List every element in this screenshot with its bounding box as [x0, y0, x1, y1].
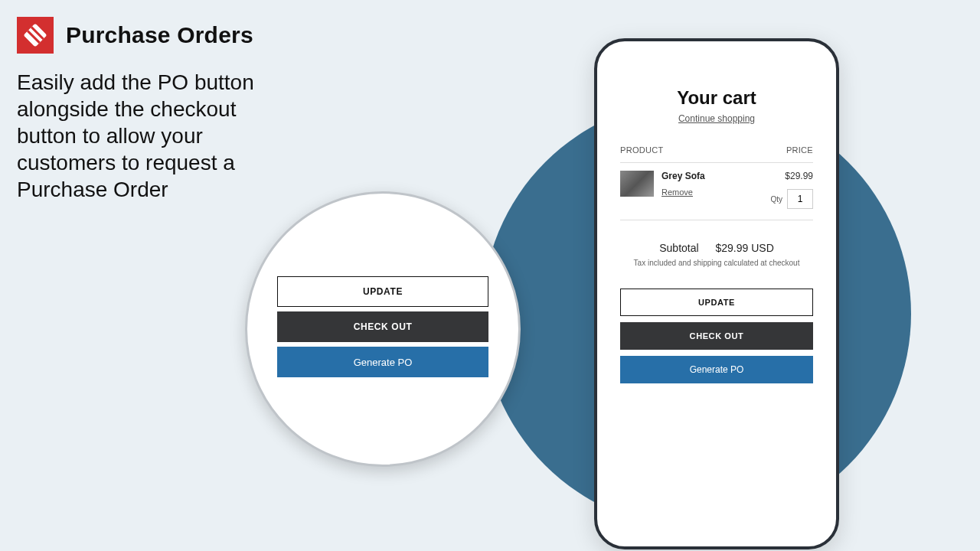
update-button[interactable]: UPDATE — [620, 289, 813, 316]
checkout-button[interactable]: CHECK OUT — [620, 322, 813, 350]
phone-mockup: Your cart Continue shopping PRODUCT PRIC… — [594, 38, 839, 549]
svg-rect-0 — [23, 23, 47, 47]
generate-po-button[interactable]: Generate PO — [620, 356, 813, 383]
zoom-checkout-button[interactable]: CHECK OUT — [277, 311, 488, 342]
product-price: $29.99 — [770, 171, 813, 181]
tax-note: Tax included and shipping calculated at … — [620, 259, 813, 267]
remove-link[interactable]: Remove — [662, 187, 693, 197]
product-name: Grey Sofa — [662, 171, 763, 181]
qty-label: Qty — [770, 195, 782, 204]
cart-line-item: Grey Sofa Remove $29.99 Qty — [620, 171, 813, 209]
cart-columns: PRODUCT PRICE — [620, 145, 813, 155]
continue-shopping-link[interactable]: Continue shopping — [620, 113, 813, 124]
phone-screen: Your cart Continue shopping PRODUCT PRIC… — [606, 51, 827, 537]
subtotal-row: Subtotal $29.99 USD — [620, 242, 813, 254]
divider — [620, 162, 813, 163]
col-product: PRODUCT — [620, 145, 664, 155]
cart-title: Your cart — [620, 87, 813, 109]
zoom-lens: UPDATE CHECK OUT Generate PO — [245, 191, 521, 467]
product-thumbnail — [620, 171, 654, 197]
marketing-blurb: Easily add the PO button alongside the c… — [17, 69, 262, 203]
subtotal-value: $29.99 USD — [715, 242, 773, 254]
qty-input[interactable] — [787, 189, 813, 209]
zoom-generate-po-button[interactable]: Generate PO — [277, 347, 488, 377]
header: Purchase Orders — [17, 17, 253, 54]
zoom-update-button[interactable]: UPDATE — [277, 276, 488, 307]
divider — [620, 220, 813, 220]
app-logo-icon — [17, 17, 54, 54]
col-price: PRICE — [786, 145, 813, 155]
app-title: Purchase Orders — [66, 22, 253, 48]
subtotal-label: Subtotal — [659, 242, 698, 254]
